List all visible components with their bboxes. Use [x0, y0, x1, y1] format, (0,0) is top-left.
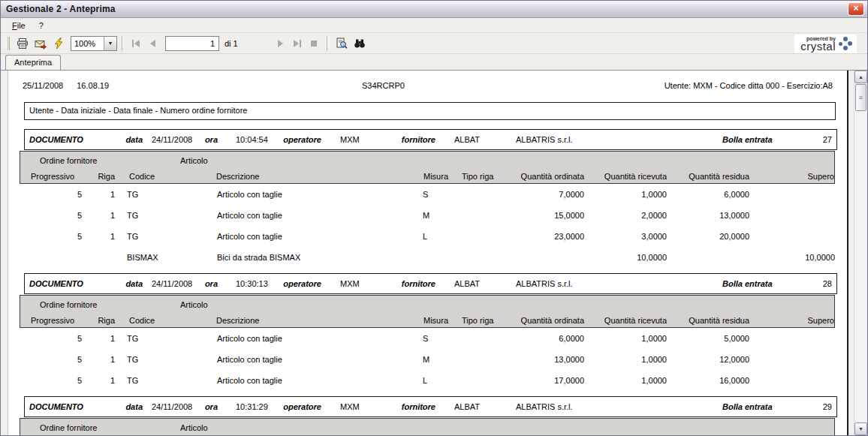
table-row: 51TGArticolo con taglieL17,00001,000016,…: [20, 370, 835, 391]
table-row: 51TGArticolo con taglieS7,00001,00006,00…: [20, 184, 835, 205]
stop-icon: [311, 41, 317, 47]
doc-operatore: MXM: [340, 279, 360, 288]
stop-loading-button[interactable]: [306, 36, 322, 51]
zoom-dropdown-button[interactable]: ▼: [104, 37, 116, 50]
doc-ora: 10:31:29: [236, 402, 268, 411]
scroll-up-button[interactable]: ▲: [854, 71, 867, 83]
page-count-label: di 1: [225, 39, 238, 48]
report-meta: 25/11/200816.08.19 S34RCRP0 Utente: MXM …: [23, 81, 833, 91]
close-icon: ×: [853, 3, 858, 14]
doc-data: 24/11/2008: [152, 279, 192, 288]
report-code: S34RCRP0: [362, 81, 405, 90]
criteria-box: Utente - Data iniziale - Data finale - N…: [24, 102, 836, 120]
column-headers: ProgressivoRigaCodiceDescrizioneMisuraTi…: [20, 312, 834, 328]
printed-date: 25/11/2008: [23, 81, 63, 90]
tab-row: Anteprima: [1, 54, 867, 70]
window-title: Gestionale 2 - Anteprima: [6, 4, 848, 14]
last-page-button[interactable]: [289, 36, 306, 51]
documento-label: DOCUMENTO: [29, 135, 83, 144]
export-envelope-icon: [35, 38, 47, 50]
export-button[interactable]: [32, 35, 50, 52]
menu-file[interactable]: File: [5, 20, 32, 32]
menu-bar: File ?: [1, 18, 867, 33]
table-row: BISMAXBici da strada BISMAX10,000010,000…: [20, 247, 835, 268]
toolbar: 100% ▼ di 1 powered: [1, 33, 867, 54]
ora-label: ora: [190, 135, 218, 144]
operatore-label: operatore: [273, 135, 321, 144]
toolbar-separator: [122, 36, 123, 51]
column-headers: ProgressivoRigaCodiceDescrizioneMisuraTi…: [20, 168, 834, 184]
doc-fornitore-nome: ALBATRIS s.r.l.: [516, 279, 573, 288]
doc-data: 24/11/2008: [152, 402, 192, 411]
document-header: DOCUMENTO data 24/11/2008 ora 10:31:29 o…: [24, 396, 837, 417]
report-page: 25/11/200816.08.19 S34RCRP0 Utente: MXM …: [8, 71, 848, 435]
refresh-button[interactable]: [50, 35, 68, 52]
menu-help[interactable]: ?: [32, 20, 50, 32]
title-bar: Gestionale 2 - Anteprima ×: [1, 1, 867, 18]
previous-page-icon: [150, 40, 155, 47]
doc-ora: 10:30:13: [236, 279, 268, 288]
arrow-down-icon: ▼: [858, 426, 863, 431]
crystal-logo: powered by crystal: [794, 35, 857, 53]
vertical-scrollbar[interactable]: ▲ ≡ ▼: [854, 71, 867, 435]
crystal-brand-label: crystal: [800, 41, 836, 52]
toolbar-separator: [327, 36, 328, 51]
user-info: Utente: MXM - Codice ditta 000 - Eserciz…: [665, 81, 833, 90]
page-number-input[interactable]: [165, 36, 219, 51]
table-header-band: Ordine fornitore Articolo ProgressivoRig…: [20, 295, 835, 328]
chevron-down-icon: ▼: [108, 41, 113, 46]
doc-fornitore-codice: ALBAT: [454, 135, 480, 144]
printed-time: 16.08.19: [77, 81, 109, 90]
document-header: DOCUMENTO data 24/11/2008 ora 10:30:13 o…: [24, 273, 837, 294]
report-viewport: 25/11/200816.08.19 S34RCRP0 Utente: MXM …: [1, 70, 867, 435]
scrollbar-thumb[interactable]: ≡: [855, 84, 866, 111]
bolla-label: Bolla entrata: [722, 135, 773, 144]
doc-fornitore-codice: ALBAT: [454, 279, 480, 288]
doc-fornitore-nome: ALBATRIS s.r.l.: [516, 402, 573, 411]
table-row: 51TGArticolo con taglieS6,00001,00005,00…: [20, 328, 835, 349]
doc-bolla-numero: 29: [823, 402, 832, 411]
app-window: Gestionale 2 - Anteprima × File ? 100% ▼: [0, 0, 868, 436]
search-button[interactable]: [351, 35, 369, 52]
print-button[interactable]: [14, 35, 32, 52]
doc-data: 24/11/2008: [152, 135, 192, 144]
zoom-value: 100%: [71, 37, 104, 50]
doc-bolla-numero: 28: [823, 279, 832, 288]
doc-fornitore-codice: ALBAT: [454, 402, 480, 411]
last-page-icon: [294, 40, 299, 47]
toggle-preview-button[interactable]: [333, 35, 351, 52]
fornitore-label: fornitore: [396, 135, 436, 144]
first-page-button[interactable]: [128, 36, 144, 51]
crystal-dots-icon: [839, 37, 853, 51]
doc-bolla-numero: 27: [823, 135, 832, 144]
next-page-button[interactable]: [273, 36, 289, 51]
data-label: data: [100, 135, 143, 144]
doc-operatore: MXM: [340, 135, 360, 144]
next-page-icon: [278, 40, 283, 47]
previous-page-button[interactable]: [144, 36, 161, 51]
close-button[interactable]: ×: [848, 2, 864, 16]
printer-icon: [17, 38, 29, 50]
table-row: 51TGArticolo con taglieM15,00002,000013,…: [20, 205, 835, 226]
doc-operatore: MXM: [340, 402, 360, 411]
document-magnifier-icon: [336, 38, 348, 50]
group-articolo: Articolo: [180, 156, 208, 165]
table-header-band: Ordine fornitore Articolo ProgressivoRig…: [20, 418, 835, 435]
table-header-band: Ordine fornitore Articolo ProgressivoRig…: [20, 151, 835, 184]
binoculars-icon: [354, 38, 366, 50]
document-header: DOCUMENTO data 24/11/2008 ora 10:04:54 o…: [24, 129, 837, 150]
tab-anteprima[interactable]: Anteprima: [5, 55, 61, 70]
scroll-down-button[interactable]: ▼: [854, 422, 867, 435]
doc-ora: 10:04:54: [236, 135, 268, 144]
table-row: 51TGArticolo con taglieL23,00003,000020,…: [20, 226, 835, 247]
doc-fornitore-nome: ALBATRIS s.r.l.: [516, 135, 573, 144]
zoom-combobox[interactable]: 100% ▼: [71, 36, 117, 51]
document-rows: 51TGArticolo con taglieS6,00001,00005,00…: [8, 328, 847, 391]
group-ordine-fornitore: Ordine fornitore: [40, 156, 97, 165]
toolbar-grip: [6, 37, 10, 50]
lightning-icon: [53, 38, 64, 50]
first-page-icon: [132, 40, 134, 47]
table-row: 51TGArticolo con taglieM13,00001,000012,…: [20, 349, 835, 370]
arrow-up-icon: ▲: [858, 74, 863, 80]
document-rows: 51TGArticolo con taglieS7,00001,00006,00…: [8, 184, 847, 268]
